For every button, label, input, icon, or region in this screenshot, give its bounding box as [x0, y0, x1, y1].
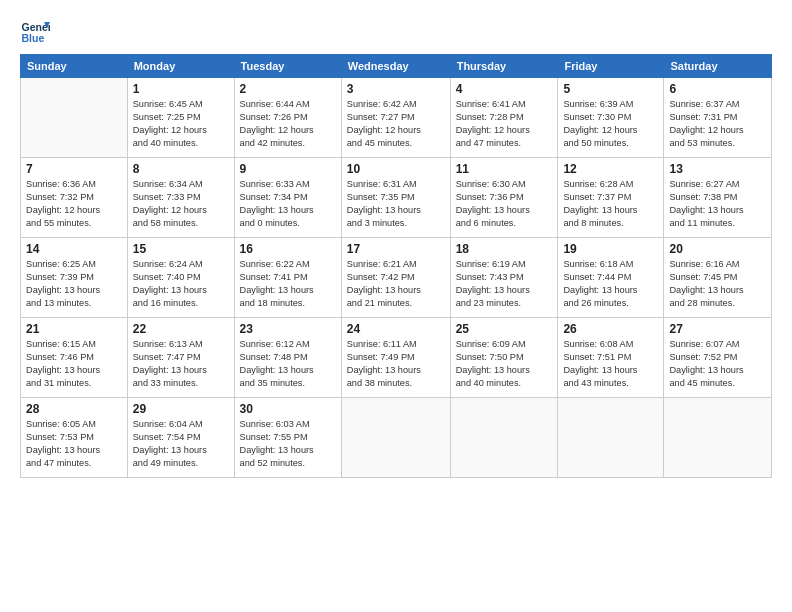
day-number: 7: [26, 162, 122, 176]
day-number: 30: [240, 402, 336, 416]
weekday-header-monday: Monday: [127, 55, 234, 78]
day-cell: [341, 398, 450, 478]
day-cell: 6Sunrise: 6:37 AM Sunset: 7:31 PM Daylig…: [664, 78, 772, 158]
day-info: Sunrise: 6:42 AM Sunset: 7:27 PM Dayligh…: [347, 98, 445, 150]
day-info: Sunrise: 6:34 AM Sunset: 7:33 PM Dayligh…: [133, 178, 229, 230]
day-cell: 13Sunrise: 6:27 AM Sunset: 7:38 PM Dayli…: [664, 158, 772, 238]
day-info: Sunrise: 6:28 AM Sunset: 7:37 PM Dayligh…: [563, 178, 658, 230]
day-number: 4: [456, 82, 553, 96]
day-cell: 11Sunrise: 6:30 AM Sunset: 7:36 PM Dayli…: [450, 158, 558, 238]
day-number: 13: [669, 162, 766, 176]
day-info: Sunrise: 6:08 AM Sunset: 7:51 PM Dayligh…: [563, 338, 658, 390]
day-info: Sunrise: 6:05 AM Sunset: 7:53 PM Dayligh…: [26, 418, 122, 470]
day-cell: 10Sunrise: 6:31 AM Sunset: 7:35 PM Dayli…: [341, 158, 450, 238]
day-info: Sunrise: 6:24 AM Sunset: 7:40 PM Dayligh…: [133, 258, 229, 310]
day-info: Sunrise: 6:25 AM Sunset: 7:39 PM Dayligh…: [26, 258, 122, 310]
day-number: 27: [669, 322, 766, 336]
day-cell: 20Sunrise: 6:16 AM Sunset: 7:45 PM Dayli…: [664, 238, 772, 318]
day-number: 19: [563, 242, 658, 256]
day-number: 9: [240, 162, 336, 176]
day-info: Sunrise: 6:22 AM Sunset: 7:41 PM Dayligh…: [240, 258, 336, 310]
weekday-header-wednesday: Wednesday: [341, 55, 450, 78]
day-number: 17: [347, 242, 445, 256]
day-info: Sunrise: 6:11 AM Sunset: 7:49 PM Dayligh…: [347, 338, 445, 390]
svg-text:Blue: Blue: [22, 32, 45, 44]
day-number: 3: [347, 82, 445, 96]
day-number: 12: [563, 162, 658, 176]
day-info: Sunrise: 6:44 AM Sunset: 7:26 PM Dayligh…: [240, 98, 336, 150]
day-info: Sunrise: 6:18 AM Sunset: 7:44 PM Dayligh…: [563, 258, 658, 310]
weekday-header-saturday: Saturday: [664, 55, 772, 78]
day-info: Sunrise: 6:07 AM Sunset: 7:52 PM Dayligh…: [669, 338, 766, 390]
day-info: Sunrise: 6:36 AM Sunset: 7:32 PM Dayligh…: [26, 178, 122, 230]
day-number: 20: [669, 242, 766, 256]
day-number: 25: [456, 322, 553, 336]
day-info: Sunrise: 6:45 AM Sunset: 7:25 PM Dayligh…: [133, 98, 229, 150]
logo-icon: General Blue: [20, 16, 50, 46]
day-info: Sunrise: 6:19 AM Sunset: 7:43 PM Dayligh…: [456, 258, 553, 310]
day-number: 22: [133, 322, 229, 336]
day-cell: 19Sunrise: 6:18 AM Sunset: 7:44 PM Dayli…: [558, 238, 664, 318]
day-number: 15: [133, 242, 229, 256]
day-cell: 21Sunrise: 6:15 AM Sunset: 7:46 PM Dayli…: [21, 318, 128, 398]
day-cell: 12Sunrise: 6:28 AM Sunset: 7:37 PM Dayli…: [558, 158, 664, 238]
day-number: 23: [240, 322, 336, 336]
day-cell: 15Sunrise: 6:24 AM Sunset: 7:40 PM Dayli…: [127, 238, 234, 318]
day-number: 11: [456, 162, 553, 176]
weekday-header-thursday: Thursday: [450, 55, 558, 78]
day-number: 29: [133, 402, 229, 416]
day-cell: 18Sunrise: 6:19 AM Sunset: 7:43 PM Dayli…: [450, 238, 558, 318]
day-info: Sunrise: 6:31 AM Sunset: 7:35 PM Dayligh…: [347, 178, 445, 230]
week-row-4: 21Sunrise: 6:15 AM Sunset: 7:46 PM Dayli…: [21, 318, 772, 398]
calendar-table: SundayMondayTuesdayWednesdayThursdayFrid…: [20, 54, 772, 478]
day-cell: 28Sunrise: 6:05 AM Sunset: 7:53 PM Dayli…: [21, 398, 128, 478]
week-row-5: 28Sunrise: 6:05 AM Sunset: 7:53 PM Dayli…: [21, 398, 772, 478]
day-cell: 30Sunrise: 6:03 AM Sunset: 7:55 PM Dayli…: [234, 398, 341, 478]
day-info: Sunrise: 6:16 AM Sunset: 7:45 PM Dayligh…: [669, 258, 766, 310]
day-info: Sunrise: 6:41 AM Sunset: 7:28 PM Dayligh…: [456, 98, 553, 150]
day-number: 10: [347, 162, 445, 176]
day-info: Sunrise: 6:39 AM Sunset: 7:30 PM Dayligh…: [563, 98, 658, 150]
day-number: 14: [26, 242, 122, 256]
day-info: Sunrise: 6:03 AM Sunset: 7:55 PM Dayligh…: [240, 418, 336, 470]
week-row-2: 7Sunrise: 6:36 AM Sunset: 7:32 PM Daylig…: [21, 158, 772, 238]
day-cell: 14Sunrise: 6:25 AM Sunset: 7:39 PM Dayli…: [21, 238, 128, 318]
day-cell: 4Sunrise: 6:41 AM Sunset: 7:28 PM Daylig…: [450, 78, 558, 158]
day-cell: 7Sunrise: 6:36 AM Sunset: 7:32 PM Daylig…: [21, 158, 128, 238]
day-cell: [558, 398, 664, 478]
day-number: 5: [563, 82, 658, 96]
weekday-header-friday: Friday: [558, 55, 664, 78]
day-number: 28: [26, 402, 122, 416]
day-cell: 5Sunrise: 6:39 AM Sunset: 7:30 PM Daylig…: [558, 78, 664, 158]
day-cell: 26Sunrise: 6:08 AM Sunset: 7:51 PM Dayli…: [558, 318, 664, 398]
day-cell: [450, 398, 558, 478]
day-number: 21: [26, 322, 122, 336]
day-info: Sunrise: 6:04 AM Sunset: 7:54 PM Dayligh…: [133, 418, 229, 470]
day-info: Sunrise: 6:30 AM Sunset: 7:36 PM Dayligh…: [456, 178, 553, 230]
day-info: Sunrise: 6:13 AM Sunset: 7:47 PM Dayligh…: [133, 338, 229, 390]
day-number: 18: [456, 242, 553, 256]
week-row-3: 14Sunrise: 6:25 AM Sunset: 7:39 PM Dayli…: [21, 238, 772, 318]
day-number: 1: [133, 82, 229, 96]
day-info: Sunrise: 6:37 AM Sunset: 7:31 PM Dayligh…: [669, 98, 766, 150]
calendar-page: General Blue SundayMondayTuesdayWednesda…: [0, 0, 792, 612]
logo: General Blue: [20, 16, 54, 46]
weekday-header-sunday: Sunday: [21, 55, 128, 78]
day-cell: 2Sunrise: 6:44 AM Sunset: 7:26 PM Daylig…: [234, 78, 341, 158]
day-cell: 9Sunrise: 6:33 AM Sunset: 7:34 PM Daylig…: [234, 158, 341, 238]
day-cell: 29Sunrise: 6:04 AM Sunset: 7:54 PM Dayli…: [127, 398, 234, 478]
day-number: 26: [563, 322, 658, 336]
day-info: Sunrise: 6:33 AM Sunset: 7:34 PM Dayligh…: [240, 178, 336, 230]
day-number: 8: [133, 162, 229, 176]
day-cell: 16Sunrise: 6:22 AM Sunset: 7:41 PM Dayli…: [234, 238, 341, 318]
day-info: Sunrise: 6:15 AM Sunset: 7:46 PM Dayligh…: [26, 338, 122, 390]
weekday-header-row: SundayMondayTuesdayWednesdayThursdayFrid…: [21, 55, 772, 78]
week-row-1: 1Sunrise: 6:45 AM Sunset: 7:25 PM Daylig…: [21, 78, 772, 158]
header: General Blue: [20, 16, 772, 46]
day-cell: 24Sunrise: 6:11 AM Sunset: 7:49 PM Dayli…: [341, 318, 450, 398]
day-cell: 17Sunrise: 6:21 AM Sunset: 7:42 PM Dayli…: [341, 238, 450, 318]
day-cell: 1Sunrise: 6:45 AM Sunset: 7:25 PM Daylig…: [127, 78, 234, 158]
day-cell: 3Sunrise: 6:42 AM Sunset: 7:27 PM Daylig…: [341, 78, 450, 158]
day-number: 2: [240, 82, 336, 96]
day-cell: [21, 78, 128, 158]
